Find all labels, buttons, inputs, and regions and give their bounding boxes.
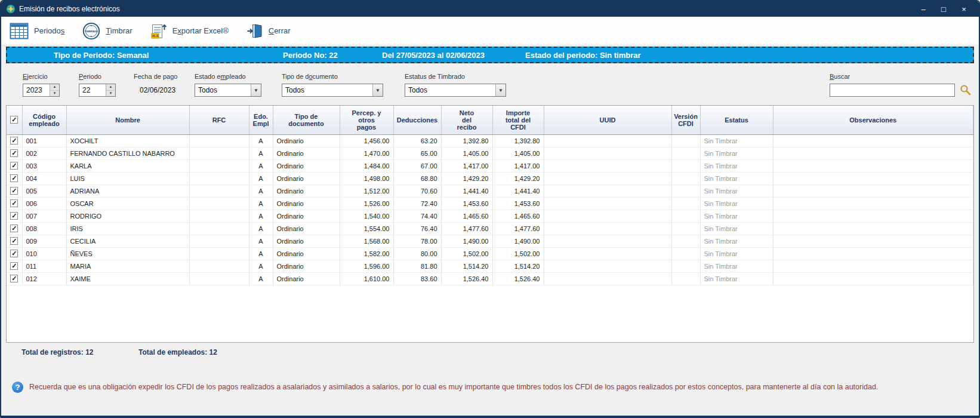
cell-uuid: [544, 235, 671, 247]
toolbar: Periodos TIMBRADO Timbrar XLS: [1, 17, 979, 45]
table-row[interactable]: ✓ 011 MARIA A Ordinario 1,596.00 81.80 1…: [7, 260, 973, 272]
col-header-rfc[interactable]: RFC: [189, 106, 249, 134]
spin-down-icon[interactable]: ▼: [106, 91, 115, 97]
cell-percepciones: 1,540.00: [340, 210, 393, 222]
row-checkbox[interactable]: ✓: [10, 250, 18, 257]
cell-observaciones: [773, 247, 973, 260]
close-button[interactable]: ×: [954, 2, 974, 16]
cell-nombre: XAIME: [66, 272, 189, 285]
col-header-codigo[interactable]: Código empleado: [22, 106, 66, 134]
row-checkbox[interactable]: ✓: [10, 212, 18, 220]
cell-estatus: Sin Timbrar: [700, 235, 773, 247]
cerrar-button[interactable]: Cerrar: [246, 23, 291, 39]
col-header-importe-cfdi[interactable]: Importe total del CFDI: [492, 106, 544, 134]
table-row[interactable]: ✓ 001 XOCHILT A Ordinario 1,456.00 63.20…: [7, 134, 973, 147]
cell-nombre: ÑEVES: [66, 247, 189, 260]
timbrar-button[interactable]: TIMBRADO Timbrar: [82, 22, 132, 40]
estatus-timbrado-select[interactable]: Todos ▼: [405, 84, 506, 97]
table-row[interactable]: ✓ 002 FERNANDO CASTILLO NABARRO A Ordina…: [7, 147, 973, 159]
periodos-button[interactable]: Periodos: [10, 23, 64, 39]
cell-percepciones: 1,610.00: [340, 272, 393, 285]
cell-rfc: [189, 147, 249, 159]
cell-codigo: 004: [22, 172, 66, 185]
cell-observaciones: [773, 185, 973, 197]
cell-percepciones: 1,596.00: [340, 260, 393, 272]
cell-version-cfdi: [671, 172, 700, 185]
spin-up-icon[interactable]: ▲: [50, 84, 59, 91]
table-row[interactable]: ✓ 006 OSCAR A Ordinario 1,526.00 72.40 1…: [7, 197, 973, 210]
cell-rfc: [189, 197, 249, 210]
col-header-nombre[interactable]: Nombre: [66, 106, 189, 134]
dropdown-arrow-icon[interactable]: ▼: [495, 84, 506, 96]
table-row[interactable]: ✓ 007 RODRIGO A Ordinario 1,540.00 74.40…: [7, 210, 973, 222]
cell-observaciones: [773, 272, 973, 285]
cell-version-cfdi: [671, 235, 700, 247]
row-checkbox[interactable]: ✓: [10, 237, 18, 245]
ejercicio-stepper[interactable]: 2023 ▲ ▼: [23, 84, 60, 97]
tipo-documento-select[interactable]: Todos ▼: [282, 84, 383, 97]
table-row[interactable]: ✓ 004 LUIS A Ordinario 1,498.00 68.80 1,…: [7, 172, 973, 185]
col-header-observaciones[interactable]: Observaciones: [773, 106, 973, 134]
cell-deducciones: 81.80: [393, 260, 441, 272]
cell-rfc: [189, 247, 249, 260]
row-checkbox[interactable]: ✓: [10, 275, 18, 282]
cell-percepciones: 1,456.00: [340, 134, 393, 147]
table-row[interactable]: ✓ 009 CECILIA A Ordinario 1,568.00 78.00…: [7, 235, 973, 247]
table-row[interactable]: ✓ 008 IRIS A Ordinario 1,554.00 76.40 1,…: [7, 222, 973, 235]
row-checkbox[interactable]: ✓: [10, 174, 18, 182]
cell-edo: A: [249, 172, 273, 185]
cell-codigo: 002: [22, 147, 66, 159]
cell-observaciones: [773, 197, 973, 210]
row-checkbox[interactable]: ✓: [10, 225, 18, 232]
cell-tipo-documento: Ordinario: [273, 197, 340, 210]
cell-nombre: FERNANDO CASTILLO NABARRO: [66, 147, 189, 159]
table-row[interactable]: ✓ 003 KARLA A Ordinario 1,484.00 67.00 1…: [7, 159, 973, 172]
cell-estatus: Sin Timbrar: [700, 222, 773, 235]
col-header-tipo-documento[interactable]: Tipo de documento: [273, 106, 340, 134]
col-header-version-cfdi[interactable]: Versión CFDI: [671, 106, 700, 134]
total-empleados: Total de empleados: 12: [138, 348, 217, 356]
search-icon[interactable]: [960, 84, 971, 96]
svg-text:TIMBRADO: TIMBRADO: [85, 29, 98, 32]
col-header-percepciones[interactable]: Percep. y otros pagos: [340, 106, 393, 134]
periodo-stepper[interactable]: 22 ▲ ▼: [79, 84, 116, 97]
cell-codigo: 007: [22, 210, 66, 222]
select-all-checkbox[interactable]: ✓: [10, 116, 18, 124]
cell-nombre: XOCHILT: [66, 134, 189, 147]
table-row[interactable]: ✓ 010 ÑEVES A Ordinario 1,582.00 80.00 1…: [7, 247, 973, 260]
spin-down-icon[interactable]: ▼: [50, 91, 59, 97]
table-row[interactable]: ✓ 005 ADRIANA A Ordinario 1,512.00 70.60…: [7, 185, 973, 197]
col-header-uuid[interactable]: UUID: [544, 106, 671, 134]
cell-estatus: Sin Timbrar: [700, 247, 773, 260]
cell-importe-cfdi: 1,392.80: [492, 134, 544, 147]
row-checkbox[interactable]: ✓: [10, 262, 18, 270]
estado-empleado-select[interactable]: Todos ▼: [195, 84, 261, 97]
app-icon: [6, 4, 16, 14]
minimize-button[interactable]: –: [913, 2, 933, 16]
cell-codigo: 009: [22, 235, 66, 247]
cell-neto: 1,502.00: [441, 247, 492, 260]
spin-up-icon[interactable]: ▲: [106, 84, 115, 91]
cell-neto: 1,429.20: [441, 172, 492, 185]
table-header-row: ✓ Código empleado Nombre RFC Edo. Empl T…: [7, 106, 973, 134]
col-header-estatus[interactable]: Estatus: [700, 106, 773, 134]
col-header-deducciones[interactable]: Deducciones: [393, 106, 441, 134]
dropdown-arrow-icon[interactable]: ▼: [251, 84, 261, 96]
row-checkbox[interactable]: ✓: [10, 162, 18, 170]
exportar-excel-button[interactable]: XLS Exportar Excel®: [150, 22, 229, 40]
row-checkbox[interactable]: ✓: [10, 199, 18, 207]
row-checkbox[interactable]: ✓: [10, 137, 18, 145]
table-row[interactable]: ✓ 012 XAIME A Ordinario 1,610.00 83.60 1…: [7, 272, 973, 285]
cell-deducciones: 65.00: [393, 147, 441, 159]
cell-tipo-documento: Ordinario: [273, 235, 340, 247]
search-input[interactable]: [830, 84, 955, 97]
row-checkbox[interactable]: ✓: [10, 187, 18, 195]
estatus-timbrado-label: Estatus de Timbrado: [405, 73, 465, 80]
estado-empleado-label: Estado empleado: [195, 73, 246, 80]
maximize-button[interactable]: □: [933, 2, 954, 16]
row-checkbox[interactable]: ✓: [10, 149, 18, 157]
col-header-edo[interactable]: Edo. Empl: [249, 106, 273, 134]
col-header-neto[interactable]: Neto del recibo: [441, 106, 492, 134]
cell-importe-cfdi: 1,502.00: [492, 247, 544, 260]
dropdown-arrow-icon[interactable]: ▼: [372, 84, 383, 96]
